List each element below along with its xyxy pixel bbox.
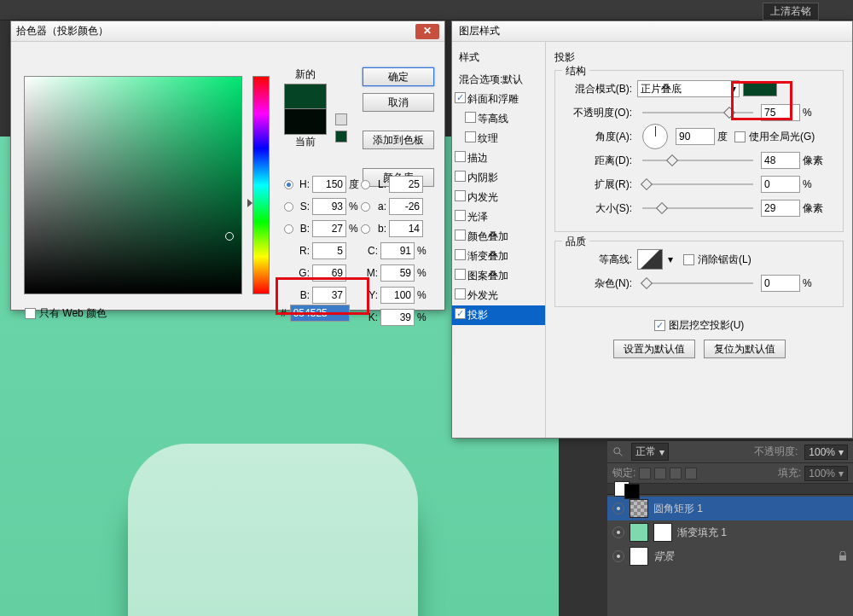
radio-a[interactable] (361, 202, 370, 212)
lock-icon (838, 551, 848, 561)
a-input[interactable] (389, 198, 423, 215)
spread-input[interactable] (761, 176, 800, 193)
angle-dial[interactable] (642, 124, 668, 149)
style-list-header: 样式 (452, 49, 545, 70)
angle-input[interactable] (676, 128, 715, 145)
style-item[interactable]: 纹理 (452, 129, 545, 148)
contour-picker[interactable] (637, 249, 663, 270)
blend-mode-select[interactable]: 正常 ▾ (631, 443, 669, 461)
lab-b-input[interactable] (389, 220, 423, 237)
layer-name[interactable]: 圆角矩形 1 (653, 502, 703, 516)
color-picker-dialog: 拾色器（投影颜色） ✕ 新的 当前 确定 取消 添加到色板 颜色库 H:度 S:… (10, 20, 445, 311)
layer-row[interactable]: 圆角矩形 1 (607, 497, 853, 520)
knockout-checkbox[interactable] (654, 320, 665, 331)
layer-style-dialog: 图层样式 样式 混合选项:默认 斜面和浮雕 等高线 纹理 描边 内阴影 内发光 … (451, 20, 853, 439)
radio-h[interactable] (284, 180, 293, 189)
hue-cursor[interactable] (247, 199, 252, 207)
layer-name[interactable]: 渐变填充 1 (677, 526, 727, 540)
set-default-button[interactable]: 设置为默认值 (613, 340, 695, 358)
size-slider[interactable] (642, 201, 753, 215)
panel-title: 投影 (554, 50, 844, 65)
style-item[interactable]: 图案叠加 (452, 266, 545, 286)
new-color-swatch[interactable] (284, 84, 327, 109)
style-item[interactable]: 等高线 (452, 109, 545, 129)
c-input[interactable] (380, 242, 415, 259)
r-input[interactable] (312, 242, 346, 259)
visibility-icon[interactable] (612, 550, 624, 562)
radio-bb[interactable] (361, 224, 370, 234)
radio-l[interactable] (361, 180, 370, 189)
chevron-down-icon: ▾ (659, 446, 664, 458)
layer-fill[interactable]: 100% ▾ (804, 466, 848, 481)
style-item[interactable]: 光泽 (452, 207, 545, 227)
dialog-titlebar[interactable]: 图层样式 (452, 21, 852, 42)
style-item[interactable]: 外发光 (452, 286, 545, 305)
spread-slider[interactable] (642, 177, 753, 191)
user-badge: 上清若铭 (763, 3, 819, 20)
b-input[interactable] (312, 220, 346, 237)
layer-opacity[interactable]: 100% ▾ (804, 445, 848, 460)
style-item[interactable]: 斜面和浮雕 (452, 90, 545, 109)
dialog-titlebar[interactable]: 拾色器（投影颜色） ✕ (11, 21, 444, 42)
lock-transparency-icon[interactable] (639, 468, 651, 479)
ok-button[interactable]: 确定 (363, 67, 434, 86)
distance-slider[interactable] (642, 154, 753, 167)
saturation-brightness-field[interactable] (24, 76, 242, 294)
global-light-checkbox[interactable] (734, 131, 746, 142)
layer-row[interactable]: 背景 (607, 544, 853, 568)
k-input[interactable] (380, 309, 415, 326)
sb-cursor[interactable] (225, 232, 234, 241)
mask-thumb[interactable] (653, 523, 672, 542)
size-input[interactable] (761, 200, 800, 217)
radio-s[interactable] (284, 202, 293, 212)
cube-icon[interactable] (335, 113, 347, 125)
add-swatch-button[interactable]: 添加到色板 (363, 131, 434, 149)
reset-default-button[interactable]: 复位为默认值 (704, 340, 786, 358)
layer-thumb[interactable] (630, 547, 648, 566)
l-input[interactable] (389, 176, 423, 193)
y-input[interactable] (380, 287, 415, 304)
dialog-title: 拾色器（投影颜色） (16, 24, 108, 38)
noise-slider[interactable] (642, 276, 753, 290)
blend-mode-select[interactable]: 正片叠底▾ (637, 80, 740, 97)
visibility-icon[interactable] (612, 503, 624, 514)
svg-point-0 (614, 447, 620, 453)
visibility-icon[interactable] (612, 526, 624, 538)
annotation-box (731, 81, 792, 120)
style-item[interactable]: 混合选项:默认 (452, 70, 545, 90)
lock-pixels-icon[interactable] (654, 468, 666, 479)
h-input[interactable] (312, 176, 346, 193)
chip (624, 484, 640, 499)
lock-all-icon[interactable] (685, 468, 697, 479)
layer-name[interactable]: 背景 (653, 549, 674, 564)
style-item-dropshadow[interactable]: 投影 (452, 305, 545, 325)
close-icon[interactable]: ✕ (415, 24, 439, 39)
style-item[interactable]: 内阴影 (452, 168, 545, 188)
chevron-down-icon[interactable]: ▾ (668, 253, 673, 265)
web-only-label: 只有 Web 颜色 (39, 306, 107, 321)
layer-row[interactable]: 渐变填充 1 (607, 520, 853, 544)
s-input[interactable] (312, 198, 346, 215)
current-color-swatch[interactable] (284, 109, 327, 135)
distance-input[interactable] (761, 152, 800, 169)
style-item[interactable]: 渐变叠加 (452, 247, 545, 266)
layers-panel: 正常 ▾ 不透明度: 100% ▾ 锁定: 填充: 100% ▾ 圆角矩形 1 … (607, 440, 853, 616)
style-item[interactable]: 描边 (452, 148, 545, 168)
hue-slider[interactable] (252, 76, 270, 294)
style-item[interactable]: 内发光 (452, 188, 545, 207)
annotation-box (276, 277, 369, 315)
radio-b[interactable] (284, 224, 293, 234)
search-icon[interactable] (612, 446, 624, 458)
lock-position-icon[interactable] (670, 468, 682, 479)
antialias-checkbox[interactable] (683, 254, 694, 265)
cancel-button[interactable]: 取消 (363, 93, 434, 112)
noise-input[interactable] (761, 275, 800, 292)
layer-thumb[interactable] (630, 523, 648, 542)
new-label: 新的 (280, 67, 331, 82)
layer-thumb[interactable] (630, 499, 648, 518)
m-input[interactable] (380, 264, 415, 282)
web-only-checkbox[interactable] (25, 308, 36, 319)
quality-group: 品质 等高线: ▾ 消除锯齿(L) 杂色(N): % (554, 241, 844, 307)
websafe-swatch[interactable] (335, 131, 347, 142)
style-item[interactable]: 颜色叠加 (452, 227, 545, 247)
